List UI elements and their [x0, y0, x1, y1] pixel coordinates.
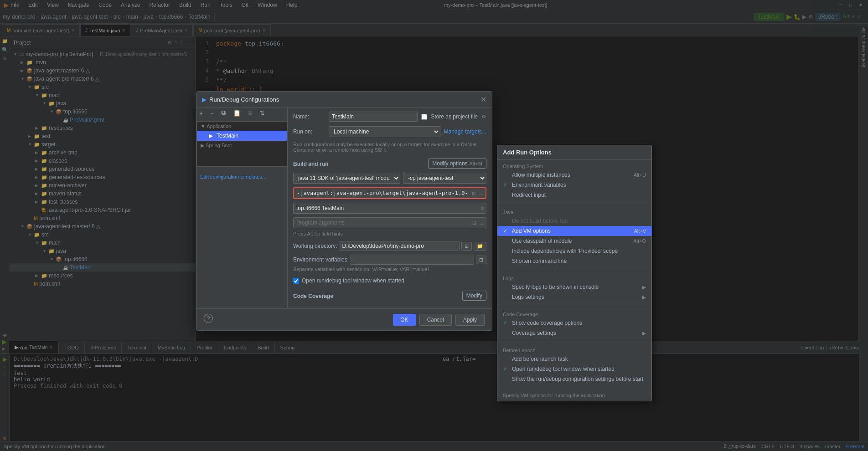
remove-config-button[interactable]: − [207, 108, 217, 118]
sort-config-button[interactable]: ⇅ [257, 108, 268, 118]
vm-options-box: ⊡ … [293, 187, 486, 199]
add-before-launch-item[interactable]: ✓ Add before launch task [497, 354, 651, 364]
show-coverage-item[interactable]: ✓ Show code coverage options [497, 318, 651, 328]
edit-templates-link[interactable]: Edit configuration templates... [196, 170, 287, 183]
config-tree-pane: + − ⧉ 📋 ≡ ⇅ ▼ Application ▶ TestMain ▶ [196, 108, 288, 308]
panel-footer: Specify VM options for running the appli… [497, 390, 651, 401]
program-args-row: ⊡ … [293, 217, 486, 228]
dialog-footer: ? OK Cancel Apply [196, 309, 492, 330]
specify-logs-arrow: ▶ [642, 285, 646, 290]
vm-options-item-label: Add VM options [512, 228, 551, 234]
include-deps-item[interactable]: ✓ Include dependencies with 'Provided' s… [497, 246, 651, 256]
run-on-row: Run on: Local machine Manage targets... [293, 126, 486, 137]
edit-templates-anchor[interactable]: Edit configuration templates... [200, 174, 266, 179]
modify-options-button[interactable]: Modify options Alt+M [428, 159, 486, 169]
shorten-cmd-item[interactable]: ✓ Shorten command line [497, 256, 651, 266]
allow-multiple-instances-item[interactable]: ✓ Allow multiple instances Alt+U [497, 170, 651, 180]
manage-targets-link[interactable]: Manage targets... [444, 128, 486, 135]
prog-args-expand-btn[interactable]: ⊡ [470, 220, 478, 226]
open-tool-window-checkbox[interactable] [293, 278, 299, 284]
main-class-expand-btn[interactable]: ⊡ [479, 205, 486, 212]
divider3 [497, 306, 651, 306]
redirect-input-item[interactable]: ✓ Redirect input [497, 190, 651, 200]
working-dir-label: Working directory: [293, 243, 337, 249]
coverage-section-label: Code Coverage [497, 310, 651, 318]
main-class-input[interactable] [294, 203, 479, 213]
config-toolbar[interactable]: + − ⧉ 📋 ≡ ⇅ [196, 108, 287, 118]
config-tree: ▼ Application ▶ TestMain ▶ Spring Boot [196, 121, 287, 167]
coverage-settings-item[interactable]: ✓ Coverage settings ▶ [497, 328, 651, 338]
add-vm-options-item[interactable]: ✓ Add VM options Alt+V [497, 226, 651, 236]
env-vars-label: Environment variables [512, 182, 566, 188]
env-input[interactable] [351, 255, 474, 265]
vm-options-check: ✓ [503, 228, 509, 234]
dialog-close-button[interactable]: ✕ [480, 95, 486, 104]
open-tool-window-row: Open run/debug tool window when started [293, 276, 486, 286]
run-on-select[interactable]: Local machine [329, 126, 440, 137]
open-tool-check: ✓ [503, 366, 509, 372]
add-config-button[interactable]: + [196, 108, 206, 118]
open-tool-window-item[interactable]: ✓ Open run/debug tool window when starte… [497, 364, 651, 374]
code-coverage-title: Code Coverage [293, 293, 333, 299]
run-debug-dialog: ▶ Run/Debug Configurations ✕ + − ⧉ 📋 ≡ ⇅… [196, 91, 492, 331]
coverage-section: Code Coverage ✓ Show code coverage optio… [497, 308, 651, 340]
config-item-testmain[interactable]: ▶ TestMain [197, 131, 287, 141]
add-before-label: Add before launch task [512, 356, 568, 362]
working-dir-input[interactable] [339, 241, 460, 251]
modify-options-label: Modify options [432, 160, 467, 167]
dialog-icon: ▶ [202, 96, 207, 103]
paste-config-button[interactable]: 📋 [230, 108, 243, 118]
coverage-settings-arrow: ▶ [642, 331, 646, 336]
apply-button[interactable]: Apply [455, 314, 485, 326]
show-run-debug-item[interactable]: ✓ Show the run/debug configuration setti… [497, 374, 651, 384]
classpath-label: Use classpath of module [512, 238, 572, 244]
sdk-select[interactable]: java 11 SDK of 'java-agent-test' modu [293, 173, 400, 184]
code-coverage-row: Code Coverage Modify [293, 289, 486, 302]
open-tool-label: Open run/debug tool window when started [512, 366, 615, 372]
prog-args-dots-btn[interactable]: … [478, 220, 486, 226]
env-expand-btn[interactable]: ⊡ [476, 256, 486, 264]
divider1 [497, 204, 651, 204]
allow-multiple-label: Allow multiple instances [512, 172, 570, 178]
build-run-title: Build and run [293, 161, 328, 167]
alt-hint: Press Alt for field hints [293, 230, 486, 237]
add-run-options-panel: Add Run Options Operating System ✓ Allow… [497, 145, 652, 401]
redirect-label: Redirect input [512, 192, 546, 198]
store-as-project-checkbox[interactable] [421, 114, 427, 120]
name-input[interactable] [329, 112, 418, 122]
filter-config-button[interactable]: ≡ [245, 108, 254, 118]
config-name: TestMain [217, 133, 238, 139]
divider5 [497, 388, 651, 388]
program-args-input[interactable] [294, 218, 470, 228]
no-build-item[interactable]: ✓ Do not build before run [497, 216, 651, 226]
env-vars-item[interactable]: ✓ Environment variables [497, 180, 651, 190]
copy-config-button[interactable]: ⧉ [218, 108, 228, 118]
working-dir-expand-btn[interactable]: ⊡ [461, 242, 472, 251]
cp-select[interactable]: -cp java-agent-test [403, 173, 486, 184]
divider2 [497, 270, 651, 270]
dialog-title: ▶ Run/Debug Configurations [202, 96, 279, 103]
modify-shortcut: Alt+M [470, 161, 482, 166]
store-config-icon[interactable]: ⚙ [481, 113, 486, 120]
logs-settings-item[interactable]: ✓ Logs settings ▶ [497, 292, 651, 302]
divider4 [497, 342, 651, 342]
run-description: Run configurations may be executed local… [293, 142, 486, 153]
env-vars-check: ✓ [503, 182, 509, 188]
vm-options-dots-btn[interactable]: … [477, 190, 486, 197]
ok-button[interactable]: OK [393, 314, 415, 326]
env-description: Separate variables with semicolon: VAR=v… [293, 266, 486, 272]
vm-options-expand-btn[interactable]: ⊡ [470, 190, 477, 197]
help-button[interactable]: ? [204, 314, 213, 323]
working-dir-browse-btn[interactable]: 📁 [474, 242, 486, 251]
config-section-spring: ▶ Spring Boot [197, 141, 287, 150]
show-run-label: Show the run/debug configuration setting… [512, 376, 643, 382]
vm-options-input[interactable] [294, 188, 470, 198]
use-classpath-item[interactable]: ✓ Use classpath of module Alt+O [497, 236, 651, 246]
classpath-shortcut: Alt+O [633, 238, 646, 244]
specify-logs-item[interactable]: ✓ Specify logs to be shown in console ▶ [497, 282, 651, 292]
show-coverage-check: ✓ [503, 320, 509, 326]
cancel-button[interactable]: Cancel [419, 314, 452, 326]
coverage-modify-button[interactable]: Modify [462, 291, 486, 301]
logs-settings-arrow: ▶ [642, 295, 646, 300]
coverage-settings-label: Coverage settings [512, 330, 556, 336]
